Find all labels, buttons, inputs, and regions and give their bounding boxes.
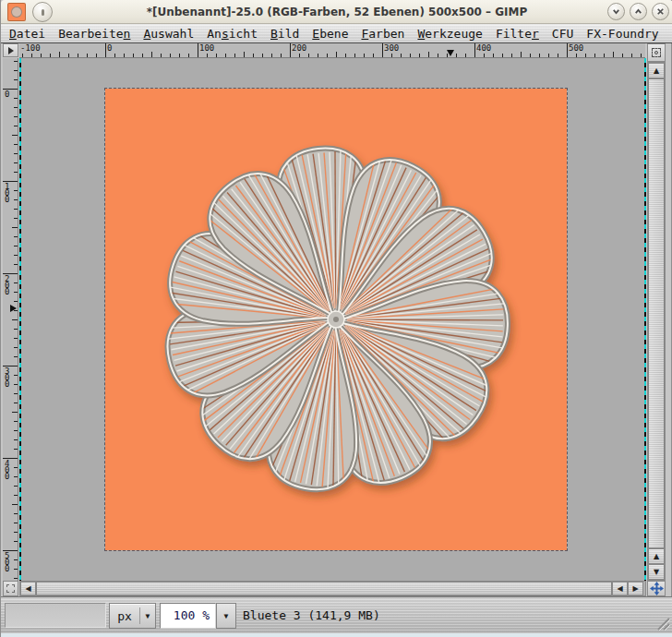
ruler-tick bbox=[14, 356, 18, 357]
ruler-label: 200 bbox=[5, 276, 9, 295]
unit-select[interactable]: px ▼ bbox=[109, 603, 156, 629]
navigation-pan-button[interactable] bbox=[647, 581, 666, 596]
zoom-follow-magnifier-icon bbox=[654, 51, 658, 54]
ruler-tick bbox=[484, 54, 485, 57]
layer-boundary-guide-right bbox=[644, 58, 646, 581]
image-menu-corner-button[interactable] bbox=[3, 43, 18, 57]
ruler-tick bbox=[225, 54, 226, 57]
vertical-scrollbar[interactable]: ▲ ▲ ▼ bbox=[647, 62, 666, 581]
ruler-tick bbox=[14, 403, 18, 403]
ruler-tick bbox=[59, 52, 60, 57]
ruler-tick bbox=[419, 54, 420, 57]
ruler-tick bbox=[14, 384, 18, 385]
ruler-tick bbox=[12, 135, 18, 136]
ruler-tick bbox=[631, 54, 632, 57]
ruler-tick bbox=[511, 54, 512, 57]
ruler-label: 300 bbox=[384, 44, 399, 53]
ruler-tick bbox=[14, 190, 18, 191]
ruler-tick bbox=[345, 54, 346, 57]
layer-boundary-guide-left bbox=[19, 58, 21, 581]
window-bottom-border bbox=[1, 633, 672, 637]
ruler-label: 100 bbox=[199, 44, 214, 53]
ruler-tick bbox=[14, 578, 18, 579]
ruler-tick bbox=[262, 54, 263, 57]
ruler-tick bbox=[558, 54, 558, 57]
ruler-tick bbox=[401, 54, 402, 57]
menu-ebene[interactable]: Ebene bbox=[306, 24, 354, 42]
unit-value: px bbox=[110, 609, 139, 623]
ruler-tick bbox=[12, 319, 18, 320]
zoom-dropdown-arrow-icon: ▼ bbox=[224, 612, 229, 620]
menu-bearbeiten[interactable]: Bearbeiten bbox=[52, 24, 137, 42]
vertical-scroll-thumb[interactable] bbox=[648, 78, 665, 548]
minimize-button[interactable] bbox=[607, 3, 625, 20]
window-title: *[Unbenannt]-25.0 (RGB-Farben, 52 Ebenen… bbox=[1, 0, 672, 24]
ruler-tick bbox=[548, 54, 549, 57]
ruler-tick bbox=[474, 43, 475, 57]
scroll-down-button[interactable]: ▼ bbox=[648, 564, 665, 580]
ruler-tick bbox=[96, 54, 97, 57]
ruler-tick bbox=[14, 523, 18, 523]
ruler-tick bbox=[12, 412, 18, 413]
menu-auswahl[interactable]: Auswahl bbox=[137, 24, 200, 42]
ruler-tick bbox=[14, 153, 18, 154]
ruler-tick bbox=[354, 54, 355, 57]
progress-area bbox=[5, 603, 106, 628]
ruler-tick bbox=[308, 54, 309, 57]
ruler-tick bbox=[438, 54, 438, 57]
close-button[interactable] bbox=[652, 3, 669, 20]
ruler-tick bbox=[14, 467, 18, 468]
scroll-up-button-secondary[interactable]: ▲ bbox=[648, 548, 665, 564]
zoom-follow-window-toggle[interactable] bbox=[647, 43, 666, 62]
flower-artwork bbox=[105, 89, 567, 550]
quick-mask-toggle[interactable] bbox=[3, 581, 18, 596]
minimize-icon bbox=[611, 6, 621, 17]
menu-cfu[interactable]: CFU bbox=[546, 24, 580, 42]
ruler-tick bbox=[14, 532, 18, 533]
ruler-label: 0 bbox=[5, 91, 9, 98]
menu-fxfoundry[interactable]: FX-Foundry bbox=[580, 24, 665, 42]
ruler-label: 500 bbox=[5, 553, 9, 572]
horizontal-ruler[interactable]: -1000100200300400500 bbox=[19, 43, 645, 58]
zoom-dropdown-button[interactable]: ▼ bbox=[216, 603, 236, 629]
ruler-tick bbox=[14, 264, 18, 265]
maximize-button[interactable] bbox=[630, 3, 647, 20]
ruler-tick bbox=[456, 54, 457, 57]
zoom-input[interactable]: 100 % bbox=[160, 603, 216, 629]
ruler-tick bbox=[14, 513, 18, 514]
ruler-tick bbox=[14, 246, 18, 246]
close-icon bbox=[655, 6, 666, 17]
menu-farben[interactable]: Farben bbox=[354, 24, 411, 42]
maximize-icon bbox=[633, 6, 643, 17]
ruler-tick bbox=[290, 43, 291, 57]
menu-datei[interactable]: Datei bbox=[3, 24, 52, 42]
horizontal-scroll-thumb[interactable] bbox=[36, 582, 612, 595]
canvas-viewport[interactable] bbox=[19, 58, 646, 581]
scroll-left-button-secondary[interactable]: ◀ bbox=[612, 582, 628, 595]
image-canvas[interactable] bbox=[105, 89, 567, 550]
resize-grip[interactable] bbox=[651, 611, 671, 631]
ruler-tick bbox=[50, 54, 51, 57]
ruler-tick bbox=[14, 421, 18, 422]
ruler-tick bbox=[465, 54, 466, 57]
menu-bild[interactable]: Bild bbox=[264, 24, 306, 42]
scroll-up-button[interactable]: ▲ bbox=[648, 63, 665, 78]
vertical-ruler[interactable]: 0100200300400500 bbox=[3, 58, 18, 581]
menu-filter[interactable]: Filter bbox=[489, 24, 546, 42]
ruler-tick bbox=[161, 54, 162, 57]
scroll-left-button[interactable]: ◀ bbox=[20, 582, 36, 595]
ruler-tick bbox=[142, 54, 143, 57]
pan-cross-icon bbox=[650, 582, 664, 595]
menu-ansicht[interactable]: Ansicht bbox=[200, 24, 264, 42]
ruler-tick bbox=[14, 329, 18, 330]
ruler-tick bbox=[622, 54, 623, 57]
ruler-label: 0 bbox=[107, 44, 112, 53]
horizontal-scrollbar[interactable]: ◀ ◀ ▶ bbox=[19, 581, 646, 596]
ruler-tick bbox=[14, 236, 18, 237]
ruler-tick bbox=[31, 54, 32, 57]
ruler-tick bbox=[68, 54, 69, 57]
ruler-tick bbox=[271, 54, 272, 57]
scroll-right-button[interactable]: ▶ bbox=[628, 582, 643, 595]
ruler-tick bbox=[41, 54, 42, 57]
menu-werkzeuge[interactable]: Werkzeuge bbox=[411, 24, 488, 42]
